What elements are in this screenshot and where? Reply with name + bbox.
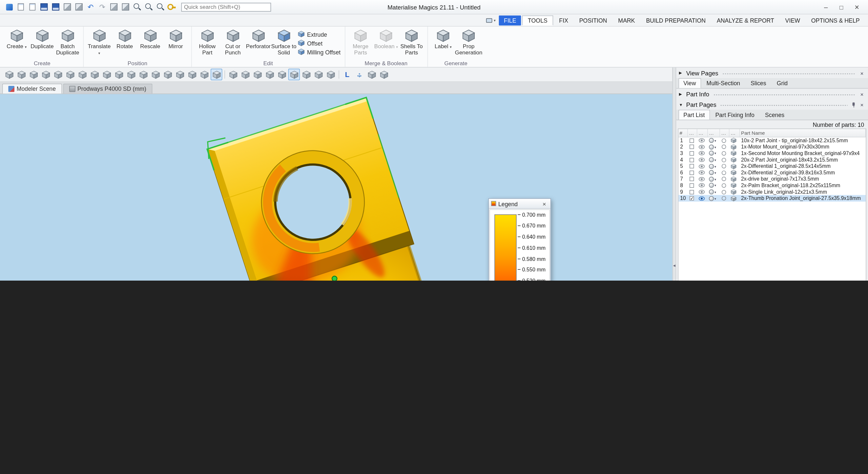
legend-close-icon[interactable] xyxy=(540,200,548,207)
view-pages-tab[interactable]: View xyxy=(678,78,701,88)
move-parts-icon[interactable] xyxy=(353,69,365,80)
platform-view-icon[interactable] xyxy=(378,69,390,80)
view-toolbar-icon[interactable] xyxy=(227,69,239,80)
part-shading-dropdown[interactable]: ▾ xyxy=(708,170,720,175)
import-part-icon[interactable] xyxy=(62,2,72,12)
panel-splitter[interactable]: ◄ xyxy=(673,68,676,281)
tab-modeler-scene[interactable]: Modeler Scene xyxy=(2,83,62,94)
view-toolbar-icon[interactable] xyxy=(198,69,210,80)
part-row[interactable]: 7 ▾ 2x-drive xyxy=(678,176,866,182)
part-select-checkbox[interactable] xyxy=(688,145,698,149)
close-panel-icon[interactable] xyxy=(859,91,865,97)
column-header[interactable]: … xyxy=(720,129,730,137)
view-toolbar-icon[interactable] xyxy=(288,69,300,80)
part-visibility-eye-icon[interactable] xyxy=(698,190,708,194)
ribbon-tab[interactable]: POSITION xyxy=(575,15,612,25)
part-row[interactable]: 8 ▾ 2x-Palm xyxy=(678,182,866,189)
coordinate-axes-icon[interactable] xyxy=(341,69,353,80)
part-select-checkbox[interactable] xyxy=(688,196,698,201)
part-shading-dropdown[interactable]: ▾ xyxy=(708,196,720,201)
surface-to-solid-button[interactable]: Surface to Solid ▾ xyxy=(271,28,297,55)
part-row[interactable]: 1 ▾ 10x-2 Pa xyxy=(678,137,866,144)
legend-dialog[interactable]: Legend 0.700 mm xyxy=(489,198,551,281)
maximize-button[interactable] xyxy=(834,2,849,12)
cut-or-punch-button[interactable]: Cut or Punch ▾ xyxy=(220,28,246,55)
part-shading-dropdown[interactable]: ▾ xyxy=(708,138,720,143)
part-pages-tab[interactable]: Scenes xyxy=(760,110,789,120)
legend-titlebar[interactable]: Legend xyxy=(489,199,551,209)
tab-prodways-platform[interactable]: Prodways P4000 SD (mm) xyxy=(63,83,153,94)
collapse-arrow-icon[interactable] xyxy=(679,71,684,75)
column-header[interactable]: … xyxy=(688,129,698,137)
part-select-checkbox[interactable] xyxy=(688,151,698,156)
column-header[interactable]: … xyxy=(698,129,708,137)
view-toolbar-icon[interactable] xyxy=(52,69,64,80)
new-document-icon[interactable] xyxy=(16,2,26,12)
view-toolbar-icon[interactable] xyxy=(252,69,263,80)
view-pages-tab[interactable]: Multi-Section xyxy=(701,78,745,88)
view-toolbar-icon[interactable] xyxy=(101,69,113,80)
view-toolbar-icon[interactable] xyxy=(125,69,137,80)
view-toolbar-icon[interactable] xyxy=(150,69,161,80)
part-select-checkbox[interactable] xyxy=(688,170,698,175)
part-visibility-eye-icon[interactable] xyxy=(698,164,708,169)
part-info-header[interactable]: Part Info xyxy=(676,89,868,99)
ribbon-tab[interactable]: MARK xyxy=(613,15,640,25)
save-as-icon[interactable] xyxy=(51,2,61,12)
part-select-checkbox[interactable] xyxy=(688,190,698,194)
mirror-button[interactable]: Mirror ▾ xyxy=(163,28,189,49)
boolean-button[interactable]: Boolean ▾ xyxy=(373,28,399,49)
ribbon-tab[interactable]: OPTIONS & HELP xyxy=(806,15,865,25)
ribbon-tab[interactable]: ANALYZE & REPORT xyxy=(712,15,779,25)
column-header[interactable]: … xyxy=(708,129,720,137)
view-toolbar-icon[interactable] xyxy=(223,69,227,80)
view-toolbar-icon[interactable] xyxy=(186,69,198,80)
3d-part-canvas[interactable]: Y Z xyxy=(0,94,673,281)
view-pages-header[interactable]: View Pages xyxy=(676,68,868,78)
view-toolbar-icon[interactable] xyxy=(3,69,15,80)
zoom-window-icon[interactable] xyxy=(132,2,143,12)
collapse-arrow-icon[interactable] xyxy=(679,92,684,96)
perforator-button[interactable]: Perforator ▾ xyxy=(246,28,271,49)
part-visibility-eye-icon[interactable] xyxy=(698,157,708,162)
part-row[interactable]: 9 ▾ 2x-Singl xyxy=(678,189,866,195)
view-toolbar-icon[interactable] xyxy=(301,69,312,80)
view-toolbar-icon[interactable] xyxy=(325,69,336,80)
ribbon-tab[interactable]: FILE xyxy=(499,15,521,25)
close-panel-icon[interactable] xyxy=(859,70,865,76)
undo-icon[interactable] xyxy=(85,2,96,12)
fit-view-icon[interactable] xyxy=(108,2,119,12)
open-file-icon[interactable] xyxy=(27,2,38,12)
part-shading-dropdown[interactable]: ▾ xyxy=(708,151,720,156)
part-shading-dropdown[interactable]: ▾ xyxy=(708,177,720,181)
part-row[interactable]: 5 ▾ 2x-Diffe xyxy=(678,163,866,169)
part-select-checkbox[interactable] xyxy=(688,138,698,143)
part-select-checkbox[interactable] xyxy=(688,177,698,181)
view-toolbar-icon[interactable] xyxy=(240,69,251,80)
rescale-button[interactable]: Rescale ▾ xyxy=(137,28,163,49)
scene-cube-icon[interactable] xyxy=(366,69,377,80)
part-shading-dropdown[interactable]: ▾ xyxy=(708,164,720,169)
view-toolbar-icon[interactable] xyxy=(211,69,222,80)
zoom-out-icon[interactable] xyxy=(155,2,166,12)
view-pages-tab[interactable]: Slices xyxy=(746,78,771,88)
part-visibility-eye-icon[interactable] xyxy=(698,138,708,143)
shells-to-parts-button[interactable]: Shells To Parts ▾ xyxy=(399,28,425,55)
view-toolbar-icon[interactable] xyxy=(113,69,125,80)
collapse-arrow-icon[interactable] xyxy=(679,103,684,106)
create-button[interactable]: Create ▾ xyxy=(4,28,30,49)
part-shading-dropdown[interactable]: ▾ xyxy=(708,190,720,194)
milling-offset-button[interactable]: Milling Offset xyxy=(298,48,341,56)
view-toolbar-icon[interactable] xyxy=(174,69,186,80)
column-header[interactable]: Part Name xyxy=(740,129,866,137)
view-pages-tab[interactable]: Grid xyxy=(772,78,793,88)
part-visibility-eye-icon[interactable] xyxy=(698,151,708,156)
part-visibility-eye-icon[interactable] xyxy=(698,170,708,175)
part-visibility-eye-icon[interactable] xyxy=(698,144,708,149)
part-row[interactable]: 6 ▾ 2x-Diffe xyxy=(678,169,866,176)
part-pages-header[interactable]: Part Pages xyxy=(676,100,868,109)
rotate-button[interactable]: Rotate ▾ xyxy=(112,28,137,49)
view-toolbar-icon[interactable] xyxy=(337,69,341,80)
ribbon-tab[interactable]: TOOLS xyxy=(522,15,553,25)
close-panel-icon[interactable] xyxy=(859,102,865,108)
